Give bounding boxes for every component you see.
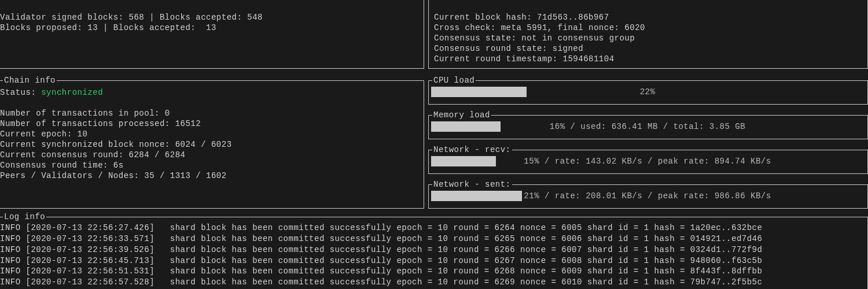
consensus-time: Consensus round time: 6s <box>0 160 124 171</box>
memory-load-title: Memory load <box>432 110 491 121</box>
sync-nonce: Current synchronized block nonce: 6024 /… <box>0 139 232 150</box>
network-recv-panel: Network - recv: 15% / rate: 143.02 KB/s … <box>428 150 868 174</box>
blocks-proposed-line: Blocks proposed: 13 | Blocks accepted: 1… <box>0 23 216 34</box>
tx-pool: Number of transactions in pool: 0 <box>0 108 170 119</box>
log-lines: INFO [2020-07-13 22:56:27.426] shard blo… <box>0 223 762 289</box>
consensus-round: Current consensus round: 6284 / 6284 <box>0 150 185 161</box>
cpu-load-panel: CPU load 22% <box>428 80 868 105</box>
current-block-hash: Current block hash: 71d563..86b967 <box>434 12 609 23</box>
log-line: INFO [2020-07-13 22:56:39.526] shard blo… <box>0 244 762 255</box>
status-value: synchronized <box>41 88 103 97</box>
status-label: Status: <box>0 88 41 97</box>
cpu-bar-text: 22% <box>431 87 864 98</box>
status-line: Status: synchronized <box>0 87 103 98</box>
network-recv-bar-text: 15% / rate: 143.02 KB/s / peak rate: 894… <box>431 156 864 167</box>
chain-info-title: Chain info <box>3 75 57 86</box>
network-sent-bar: 21% / rate: 208.01 KB/s / peak rate: 986… <box>431 191 864 201</box>
network-recv-bar: 15% / rate: 143.02 KB/s / peak rate: 894… <box>431 156 864 166</box>
log-line: INFO [2020-07-13 22:56:45.713] shard blo… <box>0 255 762 266</box>
validator-signed-line: Validator signed blocks: 568 | Blocks ac… <box>0 12 263 23</box>
log-line: INFO [2020-07-13 22:56:57.528] shard blo… <box>0 277 762 288</box>
cpu-bar: 22% <box>431 87 864 97</box>
cpu-load-title: CPU load <box>432 75 476 86</box>
memory-bar: 16% / used: 636.41 MB / total: 3.85 GB <box>431 121 864 132</box>
tx-processed: Number of transactions processed: 16512 <box>0 118 201 129</box>
log-line: INFO [2020-07-13 22:56:33.571] shard blo… <box>0 234 762 244</box>
cross-check: Cross check: meta 5991, final nonce: 602… <box>434 23 645 34</box>
network-sent-title: Network - sent: <box>432 179 512 190</box>
peers-validators-nodes: Peers / Validators / Nodes: 35 / 1313 / … <box>0 171 227 181</box>
memory-load-panel: Memory load 16% / used: 636.41 MB / tota… <box>428 115 868 139</box>
memory-bar-text: 16% / used: 636.41 MB / total: 3.85 GB <box>431 121 864 132</box>
log-info-title: Log info <box>3 212 46 223</box>
validator-panel <box>0 0 424 69</box>
network-sent-panel: Network - sent: 21% / rate: 208.01 KB/s … <box>428 184 868 209</box>
network-recv-title: Network - recv: <box>432 144 512 155</box>
network-sent-bar-text: 21% / rate: 208.01 KB/s / peak rate: 986… <box>431 191 864 202</box>
log-line: INFO [2020-07-13 22:56:27.426] shard blo… <box>0 223 762 234</box>
log-line: INFO [2020-07-13 22:56:51.531] shard blo… <box>0 266 762 277</box>
current-epoch: Current epoch: 10 <box>0 129 87 140</box>
consensus-round-state: Consensus round state: signed <box>434 43 583 54</box>
consensus-state: Consensus state: not in consensus group <box>434 33 635 44</box>
current-round-timestamp: Current round timestamp: 1594681104 <box>434 54 615 65</box>
